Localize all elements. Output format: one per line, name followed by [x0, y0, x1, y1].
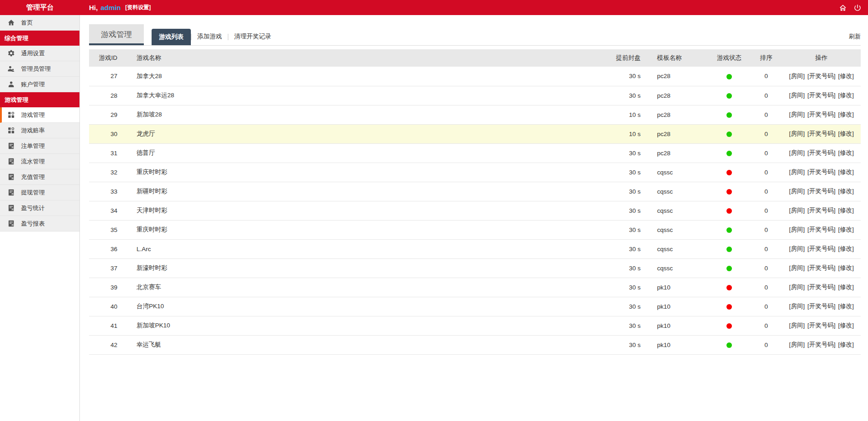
user-icon: [7, 80, 15, 88]
sidebar-item[interactable]: 提现管理: [0, 185, 79, 200]
edit-link[interactable]: [修改]: [838, 264, 854, 271]
template-name-cell: cqssc: [644, 163, 708, 182]
draw-number-link[interactable]: [开奖号码]: [807, 341, 836, 348]
sidebar-item[interactable]: 游戏赔率: [0, 123, 79, 138]
game-status-cell: [708, 239, 750, 258]
draw-number-link[interactable]: [开奖号码]: [807, 207, 836, 214]
power-icon[interactable]: [853, 4, 862, 12]
game-id-cell: 40: [89, 297, 130, 316]
sidebar-item-label: 流水管理: [21, 158, 45, 166]
sidebar-item[interactable]: 盈亏统计: [0, 200, 79, 216]
edit-link[interactable]: [修改]: [838, 226, 854, 233]
sidebar-item[interactable]: 通用设置: [0, 46, 79, 61]
sidebar-item[interactable]: 注单管理: [0, 138, 79, 154]
table-row: 28加拿大幸运2830 spc280[房间] [开奖号码] [修改]: [89, 86, 861, 105]
sidebar-item[interactable]: 账户管理: [0, 77, 79, 92]
tab-clear-draw-records[interactable]: 清理开奖记录: [228, 32, 277, 41]
draw-number-link[interactable]: [开奖号码]: [807, 111, 836, 118]
game-status-dot: [726, 304, 732, 310]
draw-number-link[interactable]: [开奖号码]: [807, 168, 836, 175]
room-link[interactable]: [房间]: [789, 188, 805, 195]
table-row: 37新濠时时彩30 scqssc0[房间] [开奖号码] [修改]: [89, 258, 861, 278]
game-id-cell: 39: [89, 278, 130, 297]
room-link[interactable]: [房间]: [789, 264, 805, 271]
edit-link[interactable]: [修改]: [838, 284, 854, 290]
draw-number-link[interactable]: [开奖号码]: [807, 149, 836, 156]
ops-cell: [房间] [开奖号码] [修改]: [782, 163, 861, 182]
room-link[interactable]: [房间]: [789, 73, 805, 79]
draw-number-link[interactable]: [开奖号码]: [807, 92, 836, 99]
edit-link[interactable]: [修改]: [838, 245, 854, 252]
draw-number-link[interactable]: [开奖号码]: [807, 303, 836, 310]
room-link[interactable]: [房间]: [789, 226, 805, 233]
sidebar-item[interactable]: 游戏管理: [0, 107, 79, 123]
edit-link[interactable]: [修改]: [838, 73, 854, 79]
edit-link[interactable]: [修改]: [838, 111, 854, 118]
game-status-cell: [708, 86, 750, 105]
edit-link[interactable]: [修改]: [838, 168, 854, 175]
room-link[interactable]: [房间]: [789, 207, 805, 214]
users-icon: [7, 65, 15, 73]
room-link[interactable]: [房间]: [789, 168, 805, 175]
room-link[interactable]: [房间]: [789, 284, 805, 290]
sidebar-item[interactable]: 充值管理: [0, 169, 79, 185]
top-header-bar: 管理平台 Hi, admin [资料设置]: [0, 0, 868, 15]
game-status-cell: [708, 67, 750, 86]
room-link[interactable]: [房间]: [789, 341, 805, 348]
game-id-cell: 35: [89, 220, 130, 239]
edit-link[interactable]: [修改]: [838, 341, 854, 348]
draw-number-link[interactable]: [开奖号码]: [807, 284, 836, 290]
edit-link[interactable]: [修改]: [838, 322, 854, 329]
sidebar-item[interactable]: 管理员管理: [0, 61, 79, 77]
room-link[interactable]: [房间]: [789, 303, 805, 310]
sort-cell: 0: [750, 143, 782, 163]
profile-settings-link[interactable]: [资料设置]: [125, 4, 151, 11]
room-link[interactable]: [房间]: [789, 111, 805, 118]
gear-icon: [7, 49, 15, 57]
edit-link[interactable]: [修改]: [838, 149, 854, 156]
close-time-cell: 30 s: [558, 220, 644, 239]
edit-link[interactable]: [修改]: [838, 130, 854, 137]
template-name-cell: pk10: [644, 335, 708, 354]
game-name-cell: 新加坡28: [130, 105, 558, 124]
draw-number-link[interactable]: [开奖号码]: [807, 188, 836, 195]
draw-number-link[interactable]: [开奖号码]: [807, 245, 836, 252]
sidebar-item[interactable]: 流水管理: [0, 154, 79, 169]
tab-game-list[interactable]: 游戏列表: [152, 29, 191, 45]
sidebar-item[interactable]: 盈亏报表: [0, 216, 79, 232]
sidebar-item[interactable]: 首页: [0, 15, 79, 31]
room-link[interactable]: [房间]: [789, 92, 805, 99]
game-status-cell: [708, 335, 750, 354]
main-content: 游戏管理 游戏列表 添加游戏 清理开奖记录 刷新 游戏ID 游戏名称 提前封盘 …: [80, 15, 868, 421]
edit-link[interactable]: [修改]: [838, 207, 854, 214]
draw-number-link[interactable]: [开奖号码]: [807, 73, 836, 79]
refresh-link[interactable]: 刷新: [849, 32, 861, 41]
grid-icon: [7, 111, 15, 119]
draw-number-link[interactable]: [开奖号码]: [807, 130, 836, 137]
game-name-cell: 重庆时时彩: [130, 220, 558, 239]
draw-number-link[interactable]: [开奖号码]: [807, 322, 836, 329]
table-row: 31德普厅30 spc280[房间] [开奖号码] [修改]: [89, 143, 861, 163]
game-status-dot: [726, 323, 732, 329]
home-icon[interactable]: [839, 4, 847, 12]
table-row: 39北京赛车30 spk100[房间] [开奖号码] [修改]: [89, 278, 861, 297]
room-link[interactable]: [房间]: [789, 149, 805, 156]
room-link[interactable]: [房间]: [789, 130, 805, 137]
room-link[interactable]: [房间]: [789, 245, 805, 252]
col-header-game-status: 游戏状态: [708, 49, 750, 67]
ops-cell: [房间] [开奖号码] [修改]: [782, 278, 861, 297]
edit-link[interactable]: [修改]: [838, 188, 854, 195]
draw-number-link[interactable]: [开奖号码]: [807, 264, 836, 271]
game-status-dot: [726, 342, 732, 348]
home-icon: [7, 19, 15, 26]
draw-number-link[interactable]: [开奖号码]: [807, 226, 836, 233]
room-link[interactable]: [房间]: [789, 322, 805, 329]
game-name-cell: 加拿大幸运28: [130, 86, 558, 105]
edit-link[interactable]: [修改]: [838, 92, 854, 99]
ops-cell: [房间] [开奖号码] [修改]: [782, 143, 861, 163]
game-id-cell: 36: [89, 239, 130, 258]
tab-add-game[interactable]: 添加游戏: [191, 32, 228, 41]
sidebar-item-label: 首页: [21, 19, 33, 27]
edit-link[interactable]: [修改]: [838, 303, 854, 310]
game-status-cell: [708, 220, 750, 239]
